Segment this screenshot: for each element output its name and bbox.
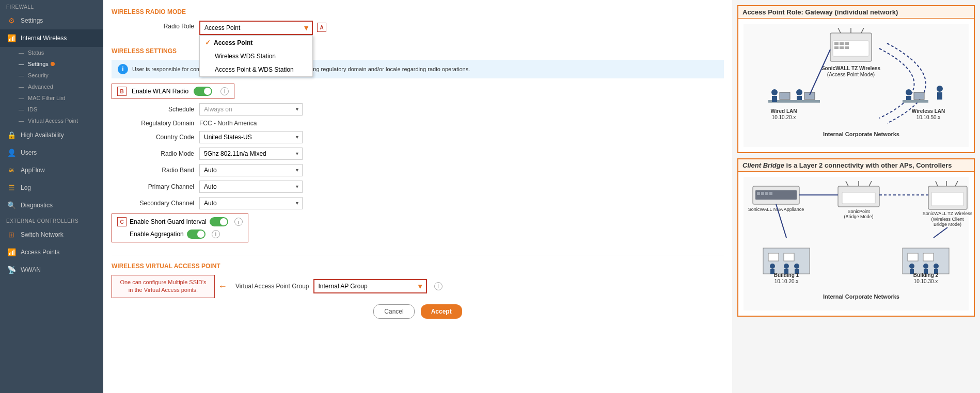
- radio-role-dropdown-wrapper[interactable]: Access Point Wireless WDS Station Access…: [199, 21, 313, 35]
- radio-role-select[interactable]: Access Point Wireless WDS Station Access…: [199, 21, 313, 35]
- sidebar-item-users[interactable]: 👤 Users: [0, 144, 103, 161]
- svg-point-76: [934, 264, 939, 269]
- sidebar-item-diagnostics[interactable]: 🔍 Diagnostics: [0, 196, 103, 214]
- log-icon: ☰: [6, 183, 17, 193]
- access-point-diagram: SonicWALL TZ Wireless (Access Point Mode…: [744, 24, 969, 147]
- main-content: WIRELESS RADIO MODE Radio Role Access Po…: [103, 0, 732, 393]
- primary-channel-label: Primary Channel: [112, 183, 199, 190]
- dropdown-option-ap-wds[interactable]: Access Point & WDS Station: [200, 63, 312, 76]
- country-code-select-wrapper[interactable]: United States-US: [199, 131, 303, 143]
- marker-c: C: [117, 217, 127, 226]
- svg-line-80: [934, 227, 947, 238]
- sidebar-item-wwan[interactable]: 📡 WWAN: [0, 261, 103, 279]
- marker-b: B: [117, 87, 127, 96]
- right-panel: Access Point Role: Gateway (individual n…: [732, 0, 980, 393]
- aggregation-info-icon[interactable]: i: [212, 230, 220, 238]
- radio-mode-select[interactable]: 5Ghz 802.11n/a Mixed: [199, 148, 303, 160]
- svg-line-41: [846, 181, 848, 186]
- client-bridge-title-rest: is a Layer 2 connectivity with other APs…: [784, 161, 952, 169]
- virtual-ap-group-select[interactable]: Internal AP Group: [313, 279, 427, 293]
- sidebar-item-internal-wireless[interactable]: 📶 Internal Wireless: [0, 29, 103, 47]
- sidebar-item-access-points[interactable]: 📶 Access Points: [0, 243, 103, 261]
- enable-short-guard-label: Enable Short Guard Interval: [130, 218, 207, 225]
- svg-point-24: [906, 89, 912, 95]
- enable-wlan-box: B Enable WLAN Radio i: [112, 84, 234, 99]
- svg-rect-70: [908, 253, 918, 261]
- sidebar-sub-advanced[interactable]: Advanced: [0, 81, 103, 92]
- enable-wlan-info-icon[interactable]: i: [220, 87, 229, 95]
- check-icon: ✓: [205, 39, 211, 46]
- toggle-track: [194, 87, 212, 96]
- svg-rect-19: [794, 100, 820, 103]
- client-bridge-card: Client Bridge is a Layer 2 connectivity …: [737, 158, 975, 317]
- radio-mode-row: Radio Mode 5Ghz 802.11n/a Mixed: [112, 148, 724, 160]
- svg-text:SonicWALL TZ Wireless: SonicWALL TZ Wireless: [821, 66, 881, 71]
- status-label: Status: [28, 50, 44, 56]
- svg-text:Internal Corporate Networks: Internal Corporate Networks: [823, 293, 899, 300]
- callout-box: One can configure Multiple SSID's in the…: [112, 275, 215, 298]
- sidebar-item-switch-network[interactable]: ⊞ Switch Network: [0, 226, 103, 243]
- cancel-button[interactable]: Cancel: [373, 304, 414, 319]
- settings2-label: Settings: [28, 61, 49, 67]
- sidebar-item-high-availability[interactable]: 🔒 High Availability: [0, 126, 103, 144]
- enable-wlan-label: Enable WLAN Radio: [132, 88, 188, 95]
- svg-rect-58: [768, 253, 779, 261]
- sidebar-item-appflow[interactable]: ≋ AppFlow: [0, 161, 103, 179]
- access-point-role-card: Access Point Role: Gateway (individual n…: [737, 5, 975, 153]
- short-guard-thumb: [220, 218, 227, 225]
- wwan-label: WWAN: [21, 266, 41, 273]
- country-code-row: Country Code United States-US: [112, 131, 724, 143]
- primary-channel-select-wrapper[interactable]: Auto: [199, 181, 303, 193]
- diagnostics-icon: 🔍: [6, 200, 17, 210]
- svg-text:SonicPoint: SonicPoint: [847, 209, 870, 214]
- virtual-ap-info-icon[interactable]: i: [434, 282, 442, 290]
- short-guard-info-icon[interactable]: i: [234, 218, 243, 226]
- svg-rect-71: [923, 253, 934, 261]
- c-marker-box: C Enable Short Guard Interval i Enable A…: [112, 214, 248, 242]
- dropdown-option-wds-station[interactable]: Wireless WDS Station: [200, 50, 312, 63]
- client-bridge-svg: SonicWALL NSA Appliance SonicPoint (Brid…: [748, 181, 975, 305]
- sidebar-sub-ids[interactable]: IDS: [0, 104, 103, 115]
- accept-button[interactable]: Accept: [421, 304, 462, 319]
- svg-line-43: [869, 181, 872, 186]
- sidebar-sub-settings[interactable]: Settings: [0, 58, 103, 70]
- virtual-ap-group-dropdown-wrapper[interactable]: Internal AP Group ▼: [313, 279, 427, 293]
- virtual-ap-label: Virtual Access Point: [28, 118, 78, 124]
- external-controllers-header: EXTERNAL CONTROLLERS: [0, 214, 103, 226]
- regulatory-domain-value: FCC - North America: [199, 120, 257, 127]
- radio-band-select-wrapper[interactable]: Auto: [199, 164, 303, 176]
- svg-point-72: [909, 264, 914, 269]
- sidebar-sub-mac-filter[interactable]: MAC Filter List: [0, 92, 103, 104]
- radio-mode-select-wrapper[interactable]: 5Ghz 802.11n/a Mixed: [199, 148, 303, 160]
- secondary-channel-select-wrapper[interactable]: Auto: [199, 197, 303, 209]
- country-code-select[interactable]: United States-US: [199, 131, 303, 143]
- client-bridge-title-text: Client Bridge: [742, 161, 784, 169]
- svg-point-14: [771, 89, 778, 95]
- sidebar-item-log[interactable]: ☰ Log: [0, 179, 103, 196]
- schedule-select-wrapper[interactable]: Always on: [199, 103, 303, 116]
- schedule-select[interactable]: Always on: [199, 103, 303, 116]
- radio-band-select[interactable]: Auto: [199, 164, 303, 176]
- sidebar-sub-security[interactable]: Security: [0, 70, 103, 81]
- warning-icon: i: [118, 64, 128, 74]
- high-availability-icon: 🔒: [6, 130, 17, 140]
- enable-wlan-toggle[interactable]: [194, 87, 212, 96]
- wwan-icon: 📡: [6, 265, 17, 275]
- appflow-label: AppFlow: [21, 167, 45, 174]
- access-points-icon: 📶: [6, 247, 17, 257]
- secondary-channel-select[interactable]: Auto: [199, 197, 303, 209]
- svg-rect-59: [784, 253, 794, 261]
- sidebar-sub-virtual-ap[interactable]: Virtual Access Point: [0, 115, 103, 126]
- svg-point-28: [937, 86, 943, 92]
- sidebar-sub-status[interactable]: Status: [0, 47, 103, 58]
- svg-rect-29: [937, 92, 942, 100]
- security-label: Security: [28, 72, 49, 78]
- svg-text:Internal Corporate Networks: Internal Corporate Networks: [823, 131, 899, 137]
- svg-rect-8: [834, 46, 839, 49]
- primary-channel-select[interactable]: Auto: [199, 181, 303, 193]
- sidebar-item-settings[interactable]: ⚙ Settings: [0, 12, 103, 29]
- enable-short-guard-toggle[interactable]: [210, 217, 228, 226]
- dropdown-option-access-point[interactable]: ✓ Access Point: [200, 36, 312, 50]
- enable-aggregation-toggle[interactable]: [187, 230, 206, 239]
- wireless-icon: 📶: [6, 33, 17, 43]
